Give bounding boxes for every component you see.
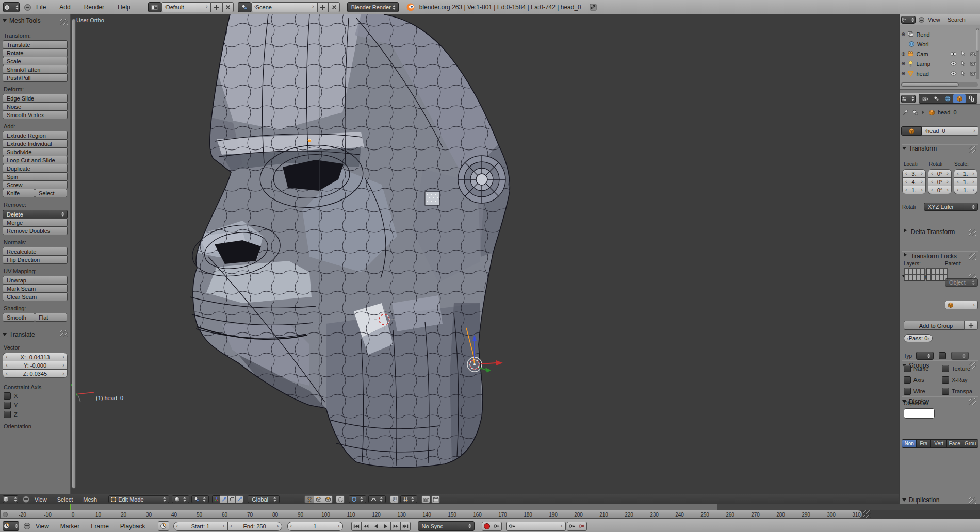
add-to-group-button[interactable]: Add to Group: [904, 321, 965, 330]
sync-mode-select[interactable]: No Sync: [418, 521, 475, 531]
expand-icon[interactable]: ⊕: [901, 71, 905, 76]
tool-button[interactable]: Unwrap: [3, 276, 68, 285]
editor-type-button[interactable]: [901, 95, 916, 103]
menu-item[interactable]: View: [35, 496, 47, 503]
panel-grip-icon[interactable]: [969, 253, 976, 260]
tab-object[interactable]: [953, 94, 966, 103]
tool-button[interactable]: Subdivide: [3, 147, 68, 156]
object-name-field[interactable]: head_0: [922, 126, 978, 136]
viewport-3d[interactable]: User Ortho (1) head_0 Mesh Tools Transfo…: [0, 14, 899, 504]
timeline-ruler[interactable]: -20-100102030405060708090100110120130140…: [0, 510, 862, 519]
collapse-menus-icon[interactable]: [24, 4, 31, 11]
menu-item[interactable]: Playback: [120, 523, 145, 530]
scene-breadcrumb-icon[interactable]: [912, 109, 919, 116]
selectable-cursor-icon[interactable]: [960, 60, 967, 67]
display-type-select[interactable]: [916, 352, 934, 360]
duplication-option-none[interactable]: Non: [902, 439, 917, 448]
render-engine-select[interactable]: Blender Render: [347, 2, 399, 12]
next-keyframe-button[interactable]: [390, 522, 401, 531]
screen-layout-icon-button[interactable]: [148, 2, 161, 12]
ruler-handle-dot[interactable]: [3, 512, 8, 517]
screen-layout-field[interactable]: Default: [161, 2, 211, 12]
close-layout-button[interactable]: [222, 2, 234, 12]
pass-index-field[interactable]: Pass: 0: [904, 334, 933, 342]
tool-button[interactable]: Remove Doubles: [3, 226, 68, 235]
expand-icon[interactable]: ⊕: [901, 31, 905, 37]
mode-select[interactable]: Edit Mode: [108, 495, 169, 503]
orientation-select[interactable]: Global: [248, 495, 280, 503]
add-scene-button[interactable]: [317, 2, 329, 12]
manipulator-scale-toggle[interactable]: [235, 495, 243, 503]
vertex-select-mode-button[interactable]: [304, 495, 314, 503]
menu-item[interactable]: Add: [59, 4, 70, 11]
play-button[interactable]: [381, 522, 391, 531]
collapse-menus-icon[interactable]: [23, 496, 29, 503]
outliner-row-head[interactable]: ⊕ head: [900, 69, 980, 78]
duplication-option-frames[interactable]: Fra: [916, 439, 931, 448]
snap-toggle[interactable]: [390, 495, 399, 503]
tool-button[interactable]: Rotate: [3, 48, 68, 57]
rotation-mode-select[interactable]: XYZ Euler: [924, 203, 978, 211]
menu-item[interactable]: View: [928, 16, 940, 23]
menu-item[interactable]: Select: [57, 496, 73, 503]
transform-panel-header[interactable]: Transform: [902, 144, 978, 152]
scene-field[interactable]: Scene: [251, 2, 317, 12]
menu-item[interactable]: Render: [84, 4, 104, 11]
visibility-eye-icon[interactable]: [950, 51, 957, 57]
tool-button[interactable]: Edge Slide: [3, 94, 68, 103]
current-frame-field[interactable]: 1: [287, 522, 343, 531]
layers-grid-left[interactable]: [904, 268, 925, 281]
manipulator-toggle[interactable]: [212, 495, 220, 503]
playback-range-lock-button[interactable]: [158, 521, 169, 531]
rotation-z-field[interactable]: 0°: [928, 186, 952, 194]
falloff-select[interactable]: [368, 495, 386, 503]
timeline-track[interactable]: [0, 504, 980, 510]
mesh-tools-panel-header[interactable]: Mesh Tools: [3, 17, 68, 24]
frame-end-field[interactable]: End: 250: [227, 522, 282, 531]
keying-set-field[interactable]: [506, 522, 566, 531]
viewport-shading-select[interactable]: [172, 495, 189, 503]
keying-mode-button[interactable]: [492, 522, 502, 531]
tab-constraints[interactable]: [966, 94, 977, 103]
add-group-plus-button[interactable]: [964, 321, 978, 330]
smooth-button[interactable]: Smooth: [3, 313, 35, 322]
duplication-option-group[interactable]: Grou: [962, 439, 978, 448]
option-checkbox[interactable]: [904, 365, 911, 372]
expand-icon[interactable]: ⊕: [901, 51, 905, 57]
insert-keyframe-button[interactable]: [567, 522, 577, 531]
flat-button[interactable]: Flat: [35, 313, 67, 322]
expand-icon[interactable]: ⊕: [901, 61, 905, 66]
collapse-menus-icon[interactable]: [919, 17, 924, 23]
menu-item[interactable]: File: [36, 4, 46, 11]
duplication-option-verts[interactable]: Vert: [930, 439, 947, 448]
jump-to-start-button[interactable]: [351, 522, 362, 531]
selectable-cursor-icon[interactable]: [960, 70, 967, 77]
editor-type-button[interactable]: [3, 2, 20, 12]
vector-x-field[interactable]: X: -0.04313: [3, 353, 68, 361]
outliner-row-world[interactable]: Worl: [900, 40, 980, 48]
scale-x-field[interactable]: 1.: [954, 169, 977, 178]
parent-object-field[interactable]: [945, 301, 978, 309]
tool-button[interactable]: Merge: [3, 218, 68, 227]
scale-y-field[interactable]: 1.: [954, 177, 977, 186]
location-z-field[interactable]: 1.: [902, 186, 926, 194]
delete-keyframe-button[interactable]: [577, 522, 587, 531]
collapse-menus-icon[interactable]: [24, 523, 30, 529]
duplication-option-faces[interactable]: Face: [946, 439, 963, 448]
option-checkbox[interactable]: [942, 365, 949, 372]
parent-type-select[interactable]: Object: [945, 278, 978, 287]
current-frame-marker[interactable]: [70, 504, 71, 510]
editor-type-button[interactable]: [901, 16, 916, 24]
prev-keyframe-button[interactable]: [361, 522, 371, 531]
rotation-x-field[interactable]: 0°: [928, 169, 952, 178]
tool-button[interactable]: Recalculate: [3, 247, 68, 256]
editor-type-button[interactable]: [3, 521, 19, 531]
tool-button[interactable]: Push/Pull: [3, 73, 68, 82]
tool-button[interactable]: Loop Cut and Slide: [3, 156, 68, 164]
delete-dropdown[interactable]: Delete: [3, 210, 68, 219]
frame-start-field[interactable]: Start: 1: [173, 522, 228, 531]
tool-button[interactable]: Shrink/Fatten: [3, 65, 68, 74]
location-x-field[interactable]: 3.: [902, 169, 926, 178]
edge-select-mode-button[interactable]: [314, 495, 323, 503]
play-reverse-button[interactable]: [371, 522, 381, 531]
